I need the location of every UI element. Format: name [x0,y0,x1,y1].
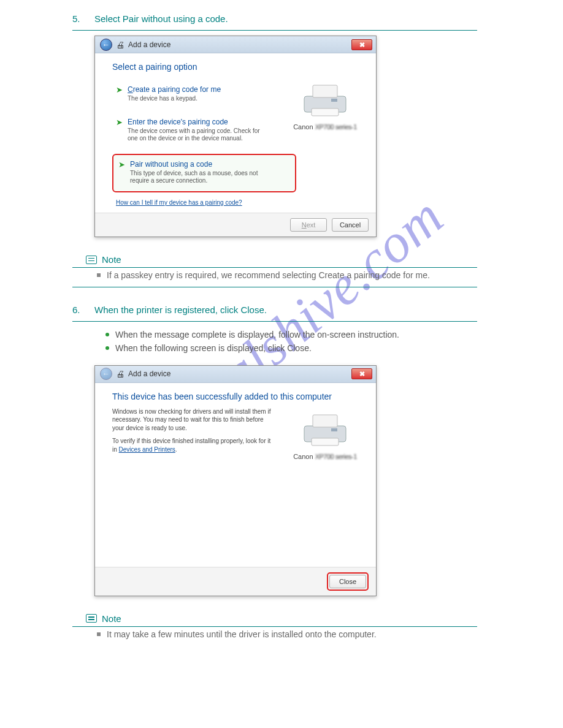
dialog-2-screenshot: ← 🖨 Add a device ✖ This device has been … [72,360,477,604]
sub-step-a: When the message complete is displayed, … [105,328,477,341]
close-button[interactable]: Close [329,575,366,588]
note-heading: Note [86,254,477,265]
note-label: Note [102,613,121,624]
device-name: Canon XP700 series-1 [285,453,365,460]
option-pair-no-code[interactable]: ➤ Pair without using a code This type of… [112,154,296,192]
close-icon[interactable]: ✖ [351,368,372,379]
step-text: When the printer is registered, click Cl… [94,305,477,315]
add-device-success-dialog: ← 🖨 Add a device ✖ This device has been … [94,365,377,596]
svg-rect-2 [312,108,339,116]
option-enter-code[interactable]: ➤ Enter the device's pairing code The de… [112,114,296,148]
device-preview: Canon XP700 series-1 [285,80,365,131]
step-6: 6. When the printer is registered, click… [0,291,563,650]
svg-rect-6 [312,438,339,446]
step-number: 6. [72,305,83,315]
arrow-icon: ➤ [118,160,125,185]
printer-icon [294,80,356,119]
add-device-dialog: ← 🖨 Add a device ✖ Select a pairing opti… [94,36,377,237]
dialog-footer: Next Cancel [95,213,376,237]
dialog-1-screenshot: ← 🖨 Add a device ✖ Select a pairing opti… [72,31,477,245]
dialog-footer: Close [95,567,376,596]
step-heading: 6. When the printer is registered, click… [72,291,477,321]
option-desc: This type of device, such as a mouse, do… [130,170,271,185]
svg-rect-7 [331,428,337,431]
note-label: Note [102,254,121,265]
option-title: Create a pairing code for me [128,85,221,94]
note-block: Note If a passkey entry is required, we … [72,245,477,291]
sub-steps: When the message complete is displayed, … [72,322,477,360]
device-preview: Canon XP700 series-1 [285,410,365,460]
printer-icon [294,410,356,449]
wizard-icon: 🖨 [116,40,124,50]
pairing-heading: Select a pairing option [112,62,362,72]
note-block: Note It may take a few minutes until the… [72,604,477,650]
pairing-help-link[interactable]: How can I tell if my device has a pairin… [116,199,242,206]
note-icon [86,256,97,264]
page-content: 5. Select Pair without using a code. ← 🖨… [0,0,563,650]
divider [72,287,477,287]
note-item: It may take a few minutes until the driv… [97,628,477,641]
success-line-1: Windows is now checking for drivers and … [112,408,272,433]
svg-rect-1 [313,85,337,97]
title-bar: ← 🖨 Add a device ✖ [95,366,376,383]
option-desc: The device has a keypad. [128,95,221,103]
step-number: 5. [72,13,83,24]
device-name: Canon XP700 series-1 [285,123,365,131]
back-icon[interactable]: ← [100,39,112,51]
arrow-icon: ➤ [116,85,123,103]
option-title: Pair without using a code [130,160,271,169]
svg-rect-3 [331,99,337,102]
note-heading: Note [86,613,477,624]
svg-rect-5 [313,415,337,427]
success-line-2: To verify if this device finished instal… [112,437,272,453]
sub-step-b: When the following screen is displayed, … [105,341,477,355]
step-5: 5. Select Pair without using a code. ← 🖨… [0,0,563,291]
close-icon[interactable]: ✖ [351,39,372,50]
success-heading: This device has been successfully added … [112,392,362,401]
next-button[interactable]: Next [290,218,327,232]
dialog-title: Add a device [128,40,170,49]
back-icon: ← [100,368,112,380]
arrow-icon: ➤ [116,118,123,143]
close-button-highlight: Close [327,572,369,591]
step-heading: 5. Select Pair without using a code. [72,0,477,30]
option-create-code[interactable]: ➤ Create a pairing code for me The devic… [112,82,296,108]
option-desc: The device comes with a pairing code. Ch… [128,127,269,143]
title-bar: ← 🖨 Add a device ✖ [95,36,376,53]
dialog-title: Add a device [128,370,170,378]
cancel-button[interactable]: Cancel [332,218,369,232]
dialog-body: This device has been successfully added … [95,383,376,567]
option-title: Enter the device's pairing code [128,118,269,126]
step-text: Select Pair without using a code. [94,13,477,24]
wizard-icon: 🖨 [116,369,124,379]
devices-printers-link[interactable]: Devices and Printers [119,446,175,453]
note-icon [86,614,97,623]
dialog-body: Select a pairing option ➤ Create a pairi… [95,53,376,213]
note-item: If a passkey entry is required, we recom… [97,269,477,282]
